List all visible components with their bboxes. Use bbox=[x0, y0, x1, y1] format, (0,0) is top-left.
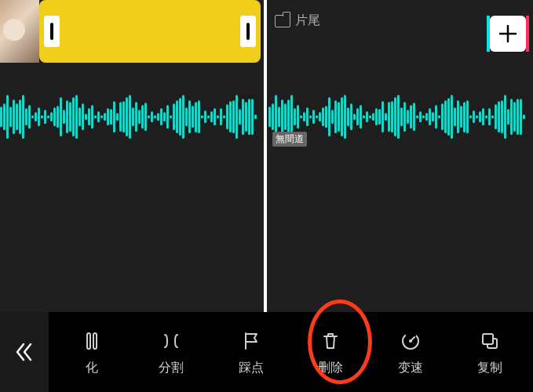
ending-label: 片尾 bbox=[295, 13, 320, 29]
tool-copy[interactable]: 复制 bbox=[458, 328, 521, 376]
tool-transform[interactable]: 化 bbox=[60, 328, 123, 376]
speed-icon bbox=[398, 328, 423, 354]
clip-thumbnail[interactable] bbox=[0, 0, 39, 63]
audio-clip-label: 無間道 bbox=[272, 132, 307, 147]
tool-label: 变速 bbox=[398, 360, 423, 376]
svg-point-3 bbox=[409, 339, 412, 343]
tool-label: 复制 bbox=[477, 360, 502, 376]
ending-tag[interactable]: 片尾 bbox=[275, 13, 320, 29]
svg-rect-4 bbox=[483, 334, 493, 344]
tool-label: 化 bbox=[86, 360, 98, 376]
tool-label: 分割 bbox=[159, 360, 184, 376]
clip-handle-right[interactable] bbox=[240, 16, 256, 47]
svg-rect-0 bbox=[87, 333, 90, 349]
copy-icon bbox=[477, 328, 502, 354]
chevron-double-left-icon bbox=[13, 340, 36, 364]
tool-beat[interactable]: 踩点 bbox=[220, 328, 283, 376]
tool-delete[interactable]: 删除 bbox=[299, 328, 362, 376]
trash-icon bbox=[318, 328, 343, 354]
tool-label: 踩点 bbox=[239, 360, 264, 376]
split-icon bbox=[159, 328, 184, 354]
flag-icon bbox=[239, 328, 264, 354]
tool-label: 删除 bbox=[318, 360, 343, 376]
transform-icon bbox=[79, 328, 104, 354]
bottom-toolbar: 化 分割 踩点 删除 变速 bbox=[0, 312, 533, 392]
video-clip[interactable] bbox=[39, 0, 261, 63]
playhead[interactable] bbox=[264, 0, 267, 312]
plus-icon bbox=[498, 24, 518, 44]
add-clip-button[interactable] bbox=[490, 16, 526, 52]
audio-waveform bbox=[0, 93, 259, 141]
tool-speed[interactable]: 变速 bbox=[379, 328, 442, 376]
svg-rect-1 bbox=[93, 333, 97, 349]
ending-icon bbox=[275, 15, 290, 27]
tool-row: 化 分割 踩点 删除 变速 bbox=[49, 328, 533, 376]
clip-handle-left[interactable] bbox=[44, 16, 60, 47]
tool-split[interactable]: 分割 bbox=[140, 328, 203, 376]
back-button[interactable] bbox=[0, 312, 49, 392]
audio-waveform bbox=[268, 93, 528, 141]
